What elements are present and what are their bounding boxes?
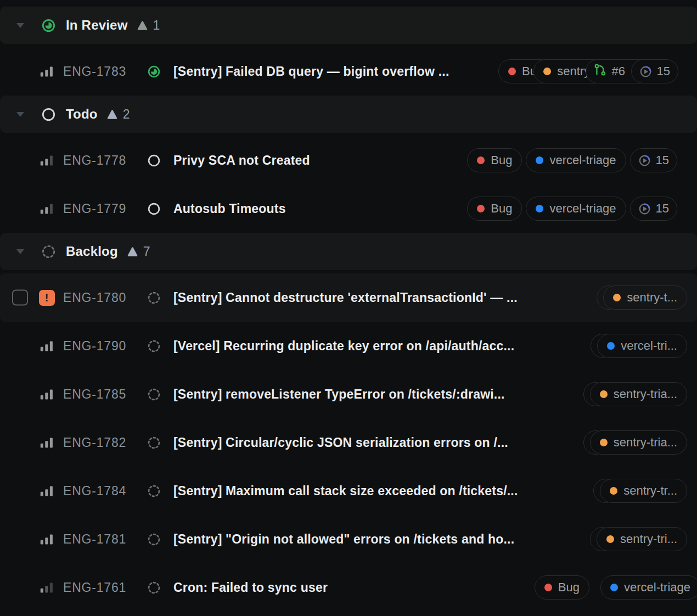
issue-title: [Sentry] Circular/cyclic JSON serializat…: [173, 435, 508, 450]
red-label-dot: [544, 584, 552, 591]
issue-title: Autosub Timeouts: [173, 201, 286, 216]
issue-row[interactable]: ENG-1790 [Vercel] Recurring duplicate ke…: [0, 322, 697, 370]
badge-group: Bug vercel-triage 15: [467, 148, 677, 172]
issue-row[interactable]: ENG-1783 [Sentry] Failed DB query — bigi…: [0, 47, 697, 96]
issue-row[interactable]: ENG-1784 [Sentry] Maximum call stack siz…: [0, 467, 697, 515]
badge-group: Bug vercel-triage: [535, 575, 697, 600]
badge-group: Bug vercel-triage 15: [467, 197, 677, 221]
priority-urgent-icon[interactable]: !: [38, 290, 55, 306]
orange-label-dot: [613, 294, 621, 301]
group-header-in-review[interactable]: In Review 1: [0, 7, 697, 44]
issue-id: ENG-1785: [63, 387, 147, 402]
priority-high-icon[interactable]: [38, 339, 55, 354]
red-label-dot: [477, 156, 485, 164]
issue-title: [Sentry] removeListener TypeError on /ti…: [173, 387, 505, 402]
issue-title: [Sentry] Cannot destructure 'externalTra…: [173, 290, 518, 305]
label-pill-vercel-triage[interactable]: vercel-triage: [526, 197, 626, 221]
cycle-pill[interactable]: 15: [630, 148, 677, 172]
issue-row-selected[interactable]: ! ENG-1780 [Sentry] Cannot destructure '…: [0, 273, 697, 322]
label-pill-bug[interactable]: Bug: [467, 197, 522, 221]
issue-id: ENG-1790: [63, 339, 147, 354]
cycle-pill[interactable]: 15: [630, 197, 677, 221]
blue-label-dot: [536, 205, 543, 212]
estimate-icon: [137, 20, 148, 31]
estimate-icon: [106, 109, 118, 120]
issue-row[interactable]: ENG-1782 [Sentry] Circular/cyclic JSON s…: [0, 418, 697, 467]
label-pill-bug[interactable]: Bug: [535, 575, 589, 600]
red-label-dot: [477, 205, 485, 212]
todo-status-icon[interactable]: [147, 154, 161, 167]
red-label-dot: [508, 68, 516, 75]
group-header-backlog[interactable]: Backlog 7: [0, 233, 697, 270]
badge-group: sentry-tri...: [590, 527, 687, 551]
priority-high-icon[interactable]: [38, 64, 55, 79]
issue-title: [Sentry] "Origin not allowed" errors on …: [173, 532, 514, 547]
label-pill-vercel-triage[interactable]: vercel-tri...: [597, 334, 687, 358]
git-branch-icon: [593, 63, 607, 80]
todo-status-icon[interactable]: [147, 202, 161, 216]
badge-group: sentry-tr...: [593, 479, 687, 503]
group-title: Backlog: [66, 244, 118, 259]
label-pill-sentry-triage[interactable]: sentry-tria...: [590, 382, 687, 406]
priority-high-icon[interactable]: [38, 387, 55, 402]
group-count: 2: [123, 107, 130, 122]
issue-id: ENG-1783: [63, 64, 147, 79]
orange-label-dot: [606, 535, 614, 543]
priority-high-icon[interactable]: [38, 484, 55, 499]
issue-row[interactable]: ENG-1761 Cron: Failed to sync user Bug v…: [0, 563, 697, 612]
issue-row[interactable]: ENG-1779 Autosub Timeouts Bug vercel-tri…: [0, 184, 697, 233]
backlog-status-icon[interactable]: [147, 388, 161, 401]
backlog-status-icon[interactable]: [147, 291, 161, 305]
in-review-status-icon[interactable]: [147, 65, 161, 79]
chevron-down-icon[interactable]: [16, 249, 24, 254]
label-pill-sentry-triage[interactable]: sentry-tri...: [597, 527, 687, 551]
issue-id: ENG-1784: [63, 484, 147, 499]
backlog-status-icon[interactable]: [147, 436, 161, 450]
chevron-down-icon[interactable]: [16, 112, 24, 117]
badge-group: vercel-tri...: [591, 334, 687, 358]
group-count: 7: [143, 244, 150, 259]
in-review-status-icon: [41, 18, 56, 33]
group-title: Todo: [66, 107, 98, 122]
backlog-status-icon[interactable]: [147, 581, 161, 595]
label-pill-vercel-triage[interactable]: vercel-triage: [526, 148, 626, 172]
urgent-exclamation-icon: !: [39, 290, 55, 306]
label-pill-sentry-triage[interactable]: sentry-t...: [603, 285, 687, 310]
backlog-status-icon[interactable]: [147, 339, 161, 353]
cycle-progress-icon: [638, 154, 651, 167]
issue-row[interactable]: ENG-1778 Privy SCA not Created Bug verce…: [0, 136, 697, 184]
issue-board: In Review 1 ENG-1783 [Sentry] Failed DB …: [0, 0, 697, 616]
group-count: 1: [153, 18, 160, 33]
priority-medium-icon[interactable]: [38, 201, 55, 216]
label-pill-vercel-triage[interactable]: vercel-triage: [600, 575, 697, 600]
blue-label-dot: [607, 342, 615, 350]
label-pill-sentry-triage[interactable]: sentry-tria...: [590, 430, 687, 455]
backlog-status-icon[interactable]: [147, 484, 161, 498]
priority-high-icon[interactable]: [38, 435, 55, 450]
issue-id: ENG-1780: [63, 290, 147, 305]
cycle-progress-icon: [639, 65, 653, 79]
chevron-down-icon[interactable]: [16, 23, 24, 28]
badge-group: sentry-tria...: [583, 382, 687, 406]
issue-title: [Sentry] Failed DB query — bigint overfl…: [173, 64, 449, 79]
issue-id: ENG-1782: [63, 435, 147, 450]
cycle-progress-icon: [638, 202, 651, 216]
issue-row[interactable]: ENG-1785 [Sentry] removeListener TypeErr…: [0, 370, 697, 418]
issue-row[interactable]: ENG-1781 [Sentry] "Origin not allowed" e…: [0, 515, 697, 563]
badge-group: Bug sentry-triage #6 15: [498, 59, 678, 83]
backlog-status-icon[interactable]: [147, 533, 161, 546]
label-pill-bug[interactable]: Bug: [467, 148, 522, 172]
blue-label-dot: [536, 156, 543, 164]
orange-label-dot: [543, 68, 551, 75]
issue-title: [Vercel] Recurring duplicate key error o…: [173, 339, 514, 354]
issue-id: ENG-1778: [63, 153, 147, 168]
estimate-icon: [127, 246, 138, 257]
priority-high-icon[interactable]: [38, 532, 55, 547]
cycle-pill[interactable]: 15: [631, 59, 678, 83]
priority-low-icon[interactable]: [38, 580, 55, 595]
group-header-todo[interactable]: Todo 2: [0, 96, 697, 133]
row-checkbox[interactable]: [12, 290, 28, 306]
label-pill-sentry-triage[interactable]: sentry-tr...: [600, 479, 687, 503]
issue-title: [Sentry] Maximum call stack size exceede…: [173, 484, 518, 499]
priority-medium-icon[interactable]: [38, 153, 55, 168]
